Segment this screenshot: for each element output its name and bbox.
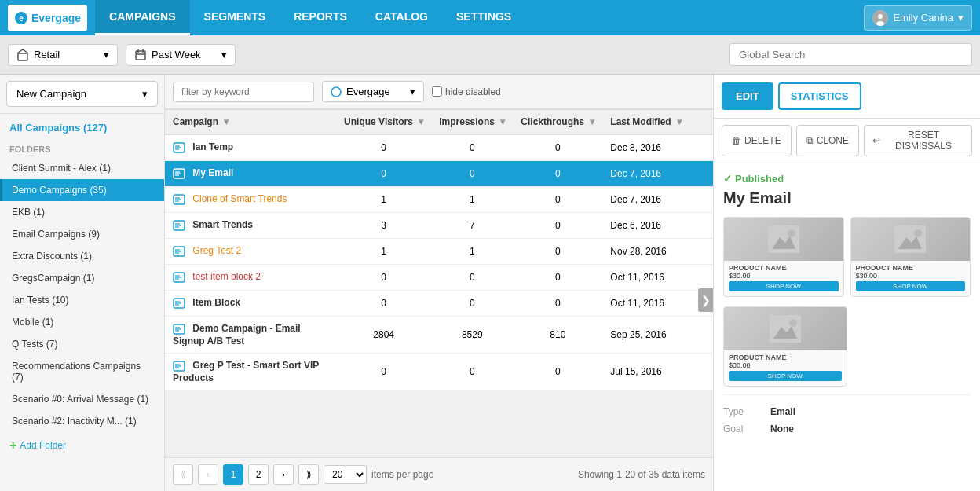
campaign-name-link[interactable]: Item Block <box>192 297 240 308</box>
campaign-name-cell[interactable]: test item block 2 <box>165 265 336 291</box>
user-dropdown[interactable]: Emily Canina ▾ <box>864 5 972 31</box>
table-row[interactable]: Greg Test 2 1 1 0 Nov 28, 2016 <box>165 239 713 265</box>
table-row[interactable]: test item block 2 0 0 0 Oct 11, 2016 <box>165 265 713 291</box>
sidebar-item-email-campaigns[interactable]: Email Campaigns (9) <box>0 223 164 245</box>
clickthroughs-cell: 0 <box>513 239 602 265</box>
campaign-name-cell[interactable]: Clone of Smart Trends <box>165 187 336 213</box>
last-page-btn[interactable]: ⟫ <box>298 464 319 485</box>
nav-settings[interactable]: SETTINGS <box>442 0 525 35</box>
undo-icon: ↩ <box>872 135 880 146</box>
nav-segments[interactable]: SEGMENTS <box>190 0 280 35</box>
sidebar-item-gregs-campaign[interactable]: GregsCampaign (1) <box>0 267 164 289</box>
shop-now-btn-1: SHOP NOW <box>729 281 839 291</box>
product-name-1: PRODUCT NAME <box>729 264 839 272</box>
table-row[interactable]: Ian Temp 0 0 0 Dec 8, 2016 <box>165 134 713 161</box>
sidebar-item-extra-discounts[interactable]: Extra Discounts (1) <box>0 245 164 267</box>
campaign-detail: ✓ Published My Email PRODUCT NAME <box>714 163 980 447</box>
unique-visitors-cell: 0 <box>336 354 431 390</box>
preview-card-2: PRODUCT NAME $30.00 SHOP NOW <box>850 217 971 297</box>
campaign-name-link[interactable]: Ian Temp <box>192 141 233 152</box>
campaign-name-cell[interactable]: Demo Campaign - Email Signup A/B Test <box>165 317 336 354</box>
delete-button[interactable]: 🗑 DELETE <box>722 125 792 156</box>
prev-page-btn[interactable]: ‹ <box>198 464 218 485</box>
table-collapse-arrow[interactable]: ❯ <box>698 288 713 312</box>
campaign-name-cell[interactable]: Greg Test 2 <box>165 239 336 265</box>
page-2-btn[interactable]: 2 <box>248 464 269 485</box>
col-impressions[interactable]: Impressions ▾ <box>431 110 513 135</box>
impressions-cell: 8529 <box>431 317 513 354</box>
campaign-name-link[interactable]: Greg P Test - Smart Sort VIP Products <box>173 360 319 383</box>
sidebar-item-recommendations[interactable]: Recommendations Campaigns (7) <box>0 355 164 388</box>
clone-button[interactable]: ⧉ CLONE <box>796 125 859 156</box>
campaign-type-icon <box>173 245 185 258</box>
impressions-cell: 0 <box>431 354 513 390</box>
sidebar-item-q-tests[interactable]: Q Tests (7) <box>0 333 164 355</box>
hide-disabled-checkbox[interactable] <box>432 86 442 97</box>
items-per-page-label: items per page <box>371 469 433 480</box>
table-row[interactable]: Item Block 0 0 0 Oct 11, 2016 <box>165 291 713 317</box>
retail-selector[interactable]: Retail ▾ <box>8 44 118 66</box>
all-campaigns-link[interactable]: All Campaigns (127) <box>0 114 164 141</box>
campaign-name-link[interactable]: Clone of Smart Trends <box>192 193 287 204</box>
sidebar-item-scenario0[interactable]: Scenario #0: Arrival Message (1) <box>0 388 164 410</box>
campaign-name-link[interactable]: My Email <box>192 167 233 178</box>
sidebar-item-ian-tests[interactable]: Ian Tests (10) <box>0 289 164 311</box>
hide-disabled-label: hide disabled <box>445 86 501 97</box>
reset-button[interactable]: ↩ RESET DISMISSALS <box>864 125 972 156</box>
last-modified-cell: Dec 6, 2016 <box>602 213 689 239</box>
page-1-btn[interactable]: 1 <box>223 464 243 485</box>
preview-card-body-2: PRODUCT NAME $30.00 SHOP NOW <box>851 261 971 296</box>
impressions-cell: 0 <box>431 291 513 317</box>
statistics-button[interactable]: STATISTICS <box>778 82 861 110</box>
table-row[interactable]: My Email 0 0 0 Dec 7, 2016 <box>165 161 713 187</box>
impressions-cell: 0 <box>431 134 513 161</box>
type-row: Type Email <box>723 403 971 420</box>
campaign-name-link[interactable]: Smart Trends <box>192 219 253 230</box>
table-row[interactable]: Demo Campaign - Email Signup A/B Test 28… <box>165 317 713 354</box>
unique-visitors-cell: 0 <box>336 161 431 187</box>
campaign-name-cell[interactable]: Item Block <box>165 291 336 317</box>
add-folder-button[interactable]: + Add Folder <box>0 432 164 459</box>
campaign-name-link[interactable]: Greg Test 2 <box>192 245 241 256</box>
campaign-name-cell[interactable]: Greg P Test - Smart Sort VIP Products <box>165 354 336 390</box>
first-page-btn[interactable]: ⟪ <box>173 464 193 485</box>
campaign-name-link[interactable]: test item block 2 <box>192 271 261 282</box>
table-row[interactable]: Clone of Smart Trends 1 1 0 Dec 7, 2016 <box>165 187 713 213</box>
sidebar-item-demo-campaigns[interactable]: Demo Campaigns (35) <box>0 179 164 201</box>
nav-campaigns[interactable]: CAMPAIGNS <box>95 0 190 35</box>
clickthroughs-cell: 0 <box>513 161 602 187</box>
col-unique-visitors[interactable]: Unique Visitors ▾ <box>336 110 431 135</box>
campaign-name-cell[interactable]: My Email <box>165 161 336 187</box>
nav-catalog[interactable]: CATALOG <box>361 0 442 35</box>
period-selector[interactable]: Past Week ▾ <box>126 44 236 66</box>
col-clickthroughs[interactable]: Clickthroughs ▾ <box>513 110 602 135</box>
svg-point-55 <box>789 319 797 327</box>
sidebar-item-client-summit[interactable]: Client Summit - Alex (1) <box>0 157 164 179</box>
clickthroughs-cell: 0 <box>513 213 602 239</box>
next-page-btn[interactable]: › <box>273 464 294 485</box>
col-last-modified[interactable]: Last Modified ▾ <box>602 110 689 135</box>
campaign-name-link[interactable]: Demo Campaign - Email Signup A/B Test <box>173 323 301 346</box>
col-campaign[interactable]: Campaign ▾ <box>165 110 336 135</box>
unique-visitors-cell: 1 <box>336 187 431 213</box>
unique-visitors-cell: 0 <box>336 265 431 291</box>
new-campaign-button[interactable]: New Campaign ▾ <box>6 81 158 107</box>
sidebar-item-mobile[interactable]: Mobile (1) <box>0 311 164 333</box>
sidebar-item-ekb[interactable]: EKB (1) <box>0 201 164 223</box>
keyword-filter-input[interactable] <box>173 82 314 102</box>
global-search-input[interactable] <box>729 43 972 66</box>
edit-button[interactable]: EDIT <box>722 82 773 110</box>
right-panel-actions: EDIT STATISTICS <box>714 75 980 119</box>
campaign-name-cell[interactable]: Smart Trends <box>165 213 336 239</box>
new-campaign-arrow: ▾ <box>142 88 148 100</box>
table-row[interactable]: Greg P Test - Smart Sort VIP Products 0 … <box>165 354 713 390</box>
sidebar-item-scenario2[interactable]: Scenario #2: Inactivity M... (1) <box>0 410 164 432</box>
nav-reports[interactable]: REPORTS <box>280 0 361 35</box>
campaign-type-icon <box>173 141 185 154</box>
per-page-select[interactable]: 20 50 100 <box>324 465 367 484</box>
table-row[interactable]: Smart Trends 3 7 0 Dec 6, 2016 <box>165 213 713 239</box>
evergage-selector[interactable]: Evergage ▾ <box>322 81 424 102</box>
preview-card-body-1: PRODUCT NAME $30.00 SHOP NOW <box>724 261 843 296</box>
campaign-name-cell[interactable]: Ian Temp <box>165 134 336 161</box>
preview-card-1: PRODUCT NAME $30.00 SHOP NOW <box>723 217 844 297</box>
